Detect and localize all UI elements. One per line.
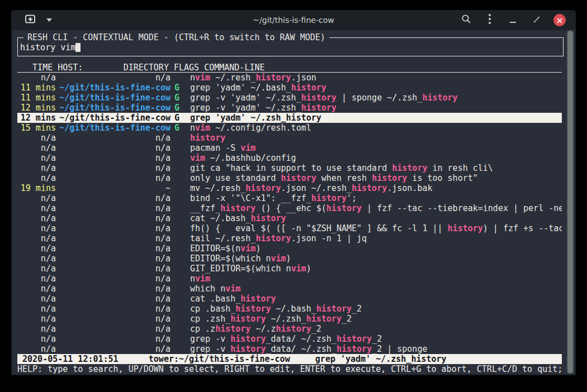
command-cell: grep -v history_data/ ~/.zsh_history_2 |… bbox=[190, 344, 562, 354]
command-text: cat ~/.bash_ bbox=[190, 213, 250, 223]
history-row[interactable]: n/an/a__fzf_history () { __ehc $(history… bbox=[17, 203, 562, 213]
command-text: | sponge ~/.zsh_ bbox=[337, 93, 423, 103]
scrollbar-thumb[interactable] bbox=[567, 31, 573, 374]
command-match-text: vim bbox=[225, 284, 240, 294]
history-row[interactable]: n/an/agrep -v history_data/ ~/.zsh_histo… bbox=[17, 344, 562, 354]
command-cell: cp .zhistory ~/.zhistory_2 bbox=[190, 324, 562, 334]
directory-cell: n/a bbox=[59, 294, 171, 304]
restore-button[interactable] bbox=[530, 13, 543, 27]
history-row[interactable]: n/an/awhich nvim bbox=[17, 284, 562, 294]
history-row[interactable]: 12 mins~/git/this-is-fine-cowGgrep -v 'y… bbox=[17, 103, 562, 113]
command-match-text: history bbox=[311, 193, 347, 203]
command-cell: vim ~/.bashhub/config bbox=[190, 153, 562, 163]
history-row[interactable]: n/an/aEDITOR=$(nvim) bbox=[17, 243, 562, 254]
history-row[interactable]: n/an/acp .bash_history ~/.bash_history_2 bbox=[17, 304, 562, 314]
command-text: ) bbox=[255, 243, 261, 254]
time-cell: n/a bbox=[17, 193, 56, 203]
directory-cell: n/a bbox=[59, 143, 171, 153]
command-match-text: history bbox=[235, 304, 271, 314]
restore-icon bbox=[533, 15, 541, 26]
command-cell: grep -v 'yadm' ~/.zsh_history | sponge ~… bbox=[190, 93, 562, 103]
search-icon bbox=[461, 14, 471, 26]
command-text: ) | fzf +s --tac bbox=[483, 223, 562, 233]
time-cell: n/a bbox=[17, 143, 56, 153]
time-cell: n/a bbox=[17, 264, 56, 274]
history-row[interactable]: n/an/agrep -v history_data/ ~/.zsh_histo… bbox=[17, 334, 562, 344]
history-row[interactable]: n/an/aGIT_EDITOR=$(which nvim) bbox=[17, 264, 562, 274]
command-cell: grep -v 'yadm' ~/.zsh_history bbox=[190, 103, 562, 113]
scrollbar[interactable] bbox=[566, 30, 574, 374]
history-row[interactable]: 11 mins~/git/this-is-fine-cowGgrep -v 'y… bbox=[17, 93, 562, 103]
command-text: pacman -S bbox=[190, 143, 240, 153]
time-cell: n/a bbox=[17, 304, 56, 314]
command-cell: fh() { eval $( ([ -n "$ZSH_NAME" ] && fc… bbox=[190, 223, 562, 233]
history-row[interactable]: n/an/acp .zsh_history ~/.zsh_history_2 bbox=[17, 314, 562, 324]
new-tab-button[interactable] bbox=[23, 13, 37, 27]
history-row[interactable]: 11 mins~/git/this-is-fine-cowGgrep 'yadm… bbox=[17, 83, 562, 93]
close-button[interactable] bbox=[553, 14, 566, 26]
chevron-down-icon bbox=[46, 18, 52, 22]
command-cell: cp .bash_history ~/.bash_history_2 bbox=[190, 304, 562, 314]
command-cell: history bbox=[190, 133, 562, 143]
time-cell: 11 mins bbox=[17, 93, 56, 103]
directory-cell: n/a bbox=[59, 264, 171, 274]
command-cell: EDITOR=$(nvim) bbox=[190, 243, 562, 254]
command-text: EDITOR=$(which n bbox=[190, 254, 271, 264]
flags-cell: G bbox=[174, 113, 179, 123]
command-text: n bbox=[190, 274, 195, 284]
command-text: _data/ ~/.zsh_ bbox=[266, 334, 336, 344]
history-row[interactable]: 19 mins~mv ~/.resh_history.json ~/.resh_… bbox=[17, 183, 562, 193]
history-row[interactable]: n/an/acp .zhistory ~/.zhistory_2 bbox=[17, 324, 562, 334]
command-text: bind -x '"\C-x1": __fzf_ bbox=[190, 193, 311, 203]
command-text: .json bbox=[291, 73, 316, 83]
directory-cell: n/a bbox=[59, 304, 171, 314]
command-text: _2 bbox=[352, 304, 362, 314]
command-match-text: history bbox=[326, 203, 362, 213]
time-cell: n/a bbox=[17, 243, 56, 254]
history-row[interactable]: n/an/acat ~/.bash_history bbox=[17, 213, 562, 223]
command-text: __fzf_ bbox=[190, 203, 220, 213]
directory-cell: ~/git/this-is-fine-cow bbox=[59, 93, 171, 103]
command-cell: GIT_EDITOR=$(which nvim) bbox=[190, 264, 562, 274]
command-cell: tail ~/.resh_history.json -n 1 | jq bbox=[190, 233, 562, 243]
command-text: n bbox=[190, 123, 195, 133]
history-row[interactable]: n/an/atail ~/.resh_history.json -n 1 | j… bbox=[17, 233, 562, 243]
command-match-text: vim bbox=[195, 274, 210, 284]
history-row[interactable]: n/an/ahistory bbox=[17, 133, 562, 143]
history-row[interactable]: n/an/abind -x '"\C-x1": __fzf_history'; bbox=[17, 193, 562, 203]
command-text: grep 'yadm' ~/.zsh_ bbox=[190, 113, 286, 123]
search-box[interactable]: RESH CLI - CONTEXTUAL MODE - (CTRL+R to … bbox=[17, 37, 564, 56]
history-row[interactable]: 15 mins~/git/this-is-fine-cowGnvim ~/.co… bbox=[17, 123, 562, 133]
time-cell: n/a bbox=[17, 294, 56, 304]
history-row[interactable]: n/an/agit ca "hack in support to use sta… bbox=[17, 163, 562, 173]
time-cell: n/a bbox=[17, 173, 56, 183]
history-row[interactable]: n/an/aEDITOR=$(which nvim) bbox=[17, 254, 562, 264]
history-row[interactable]: n/an/afh() { eval $( ([ -n "$ZSH_NAME" ]… bbox=[17, 223, 562, 233]
minimize-button[interactable] bbox=[506, 13, 520, 27]
directory-cell: n/a bbox=[59, 193, 171, 203]
history-row-selected[interactable]: 12 mins~/git/this-is-fine-cowGgrep 'yadm… bbox=[17, 113, 562, 123]
command-text: cp .zsh_ bbox=[190, 314, 230, 324]
directory-cell: n/a bbox=[59, 334, 171, 344]
time-cell: n/a bbox=[17, 254, 56, 264]
history-row[interactable]: n/an/avim ~/.bashhub/config bbox=[17, 153, 562, 163]
close-icon bbox=[557, 15, 562, 26]
command-cell: nvim ~/.resh_history.json bbox=[190, 73, 562, 83]
minimize-icon bbox=[510, 15, 517, 26]
directory-cell: n/a bbox=[59, 153, 171, 163]
command-text: in resh cli\ bbox=[427, 163, 493, 173]
history-row[interactable]: n/an/apacman -S vim bbox=[17, 143, 562, 153]
history-row[interactable]: n/an/aonly use standard history when res… bbox=[17, 173, 562, 183]
history-row[interactable]: n/an/anvim bbox=[17, 274, 562, 284]
command-cell: git ca "hack in support to use standard … bbox=[190, 163, 562, 173]
time-cell: n/a bbox=[17, 163, 56, 173]
command-text: fh() { eval $( ([ -n "$ZSH_NAME" ] && fc… bbox=[190, 223, 448, 233]
menu-button[interactable] bbox=[483, 13, 496, 27]
new-tab-dropdown-button[interactable] bbox=[42, 13, 56, 27]
directory-cell: n/a bbox=[59, 324, 171, 334]
history-row[interactable]: n/an/acat .bash_history bbox=[17, 294, 562, 304]
command-text: ~/.zsh_ bbox=[266, 314, 306, 324]
history-row[interactable]: n/an/anvim ~/.resh_history.json bbox=[17, 73, 562, 83]
search-input[interactable]: history vim bbox=[20, 42, 563, 52]
search-button[interactable] bbox=[460, 13, 473, 27]
